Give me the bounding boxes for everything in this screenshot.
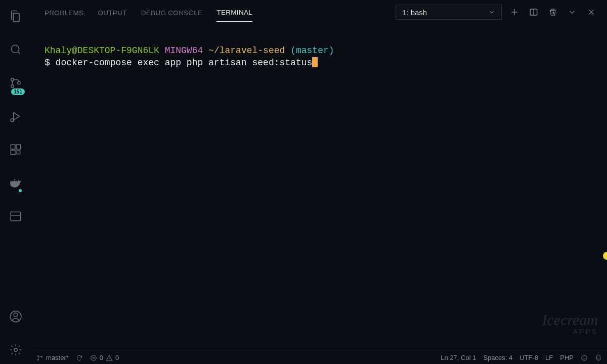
tab-terminal[interactable]: TERMINAL	[216, 3, 252, 22]
chevron-down-icon	[488, 9, 495, 16]
search-icon[interactable]	[4, 39, 28, 60]
maximize-panel-button[interactable]	[566, 6, 579, 19]
status-errors: 0	[100, 354, 103, 361]
svg-rect-7	[11, 150, 15, 155]
watermark-main: Icecream	[542, 311, 598, 328]
status-warnings: 0	[115, 354, 119, 361]
terminal-command-line: $ docker-compose exec app php artisan se…	[45, 57, 607, 69]
svg-point-3	[18, 81, 20, 84]
docker-status-dot	[19, 189, 22, 192]
panel-tabs: PROBLEMS OUTPUT DEBUG CONSOLE TERMINAL	[45, 3, 252, 22]
run-debug-icon[interactable]	[4, 106, 28, 126]
prompt-shell-env: MINGW64	[165, 46, 203, 56]
split-terminal-button[interactable]	[527, 6, 540, 19]
terminal-prompt-line: Khaly@DESKTOP-F9GN6LK MINGW64 ~/laravel-…	[45, 44, 607, 57]
status-feedback-icon[interactable]	[581, 354, 588, 361]
terminal-selector[interactable]: 1: bash	[396, 5, 502, 20]
status-problems[interactable]: 0 0	[90, 354, 119, 361]
account-icon[interactable]	[4, 306, 28, 327]
svg-rect-5	[11, 145, 15, 149]
tab-problems[interactable]: PROBLEMS	[45, 3, 83, 22]
prompt-branch-open: (	[290, 46, 296, 56]
panel-actions: 1: bash	[396, 5, 598, 20]
svg-point-15	[37, 359, 38, 360]
status-bell-icon[interactable]	[595, 354, 602, 361]
prompt-branch: master	[296, 46, 329, 56]
svg-point-14	[37, 355, 38, 356]
project-panel-icon[interactable]	[4, 206, 28, 226]
svg-point-12	[14, 348, 18, 352]
extensions-icon[interactable]	[4, 140, 28, 160]
status-sync[interactable]	[76, 354, 83, 361]
prompt-command: docker-compose exec app php artisan seed…	[56, 58, 313, 68]
source-control-icon[interactable]: 151	[4, 73, 28, 93]
svg-point-0	[11, 45, 19, 53]
settings-gear-icon[interactable]	[4, 340, 28, 360]
prompt-symbol: $	[45, 58, 56, 68]
terminal-selector-label: 1: bash	[402, 8, 427, 17]
prompt-user-host: Khaly@DESKTOP-F9GN6LK	[45, 46, 159, 56]
main-column: PROBLEMS OUTPUT DEBUG CONSOLE TERMINAL 1…	[31, 0, 607, 364]
svg-point-1	[11, 78, 14, 81]
close-panel-button[interactable]	[585, 6, 598, 19]
svg-point-18	[582, 355, 587, 360]
prompt-branch-close: )	[329, 46, 334, 56]
terminal-cursor	[312, 57, 318, 67]
status-line-col[interactable]: Ln 27, Col 1	[441, 354, 476, 361]
activity-bar: 151	[0, 0, 31, 364]
svg-point-2	[11, 85, 14, 87]
terminal-body[interactable]: Khaly@DESKTOP-F9GN6LK MINGW64 ~/laravel-…	[31, 24, 607, 351]
cursor-highlight-dot	[603, 252, 607, 260]
docker-icon[interactable]	[4, 173, 28, 193]
prompt-cwd: ~/laravel-seed	[208, 46, 285, 56]
status-spaces[interactable]: Spaces: 4	[483, 354, 512, 361]
watermark: Icecream APPS	[542, 311, 598, 336]
svg-rect-6	[16, 145, 21, 149]
watermark-sub: APPS	[542, 328, 598, 336]
kill-terminal-button[interactable]	[546, 6, 559, 19]
new-terminal-button[interactable]	[508, 6, 521, 19]
status-branch[interactable]: master*	[36, 354, 69, 361]
status-branch-label: master*	[46, 354, 69, 361]
source-control-badge: 151	[11, 88, 25, 95]
panel-header: PROBLEMS OUTPUT DEBUG CONSOLE TERMINAL 1…	[31, 0, 607, 24]
status-eol[interactable]: LF	[545, 354, 553, 361]
tab-output[interactable]: OUTPUT	[98, 3, 126, 22]
status-bar: master* 0 0 Ln 27, Col 1 Spaces: 4 UTF-8…	[31, 351, 607, 364]
status-encoding[interactable]: UTF-8	[519, 354, 538, 361]
explorer-icon[interactable]	[4, 6, 28, 26]
svg-rect-8	[17, 151, 20, 154]
status-language[interactable]: PHP	[560, 354, 574, 361]
svg-rect-9	[11, 212, 21, 220]
svg-point-11	[14, 313, 18, 317]
tab-debug-console[interactable]: DEBUG CONSOLE	[141, 3, 203, 22]
